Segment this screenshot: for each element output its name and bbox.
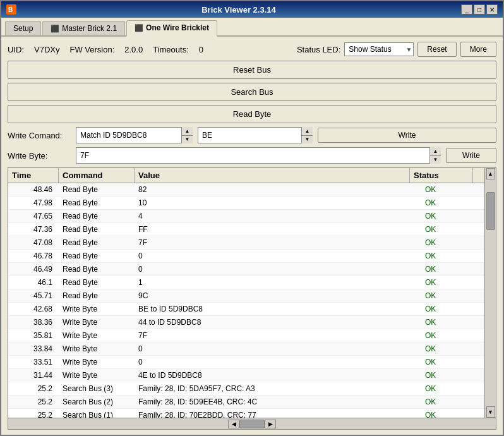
write-command-dropdown-wrapper: Match ID 5D9DBC8 Skip Resume ▲ ▼	[76, 127, 193, 143]
table-row[interactable]: 47.36 Read Byte FF OK	[8, 223, 484, 236]
scroll-thumb[interactable]	[486, 192, 495, 230]
write-command-up-icon[interactable]: ▲	[182, 127, 193, 136]
tab-one-wire-label: One Wire Bricklet	[146, 23, 209, 32]
cell-value: FF	[135, 223, 421, 236]
table-row[interactable]: 33.84 Write Byte 0 OK	[8, 342, 484, 356]
fw-value: 2.0.0	[124, 45, 143, 54]
table-row[interactable]: 46.78 Read Byte 0 OK	[8, 250, 484, 263]
app-icon: B	[6, 4, 16, 15]
col-value: Value	[135, 168, 410, 183]
cell-status: OK	[421, 183, 484, 196]
timeouts-label: Timeouts:	[153, 45, 189, 54]
table-row[interactable]: 45.71 Read Byte 9C OK	[8, 289, 484, 303]
tab-bar: Setup ⬛ Master Brick 2.1 ⬛ One Wire Bric…	[1, 18, 503, 37]
table-row[interactable]: 46.49 Read Byte 0 OK	[8, 263, 484, 276]
write-byte-label: Write Byte:	[8, 151, 71, 160]
vertical-scrollbar[interactable]: ▲ ▼	[484, 168, 496, 418]
write-command-down-icon[interactable]: ▼	[182, 136, 193, 144]
cell-time: 35.81	[8, 329, 59, 342]
write-command-input[interactable]	[198, 127, 313, 143]
maximize-button[interactable]: □	[474, 4, 485, 15]
cell-status: OK	[421, 409, 484, 418]
write-byte-up-icon[interactable]: ▲	[430, 147, 441, 156]
table-row[interactable]: 31.44 Write Byte 4E to ID 5D9DBC8 OK	[8, 369, 484, 382]
minimize-button[interactable]: _	[461, 4, 472, 15]
col-status: Status	[410, 168, 473, 183]
tab-one-wire[interactable]: ⬛ One Wire Bricklet	[126, 20, 217, 37]
table-row[interactable]: 33.51 Write Byte 0 OK	[8, 356, 484, 369]
cell-command: Write Byte	[59, 342, 135, 355]
status-led-select[interactable]: Show Status Heartbeat Off On	[344, 42, 414, 56]
cell-time: 47.65	[8, 210, 59, 222]
cell-command: Read Byte	[59, 210, 135, 222]
reset-bus-button[interactable]: Reset Bus	[8, 61, 496, 79]
table-row[interactable]: 35.81 Write Byte 7F OK	[8, 329, 484, 342]
cell-value: 7F	[135, 236, 421, 249]
data-table: Time Command Value Status 48.46 Read Byt…	[8, 167, 496, 430]
cell-time: 48.46	[8, 183, 59, 196]
table-row[interactable]: 42.68 Write Byte BE to ID 5D9DBC8 OK	[8, 303, 484, 316]
table-row[interactable]: 47.08 Read Byte 7F OK	[8, 236, 484, 250]
cell-time: 25.2	[8, 409, 59, 418]
write-command-input-down-icon[interactable]: ▼	[302, 136, 313, 144]
read-byte-button[interactable]: Read Byte	[8, 105, 496, 123]
table-row[interactable]: 25.2 Search Bus (2) Family: 28, ID: 5D9E…	[8, 396, 484, 409]
cell-command: Write Byte	[59, 316, 135, 329]
table-row[interactable]: 48.46 Read Byte 82 OK	[8, 183, 484, 197]
write-command-dropdown[interactable]: Match ID 5D9DBC8 Skip Resume	[76, 127, 193, 143]
scroll-up-icon[interactable]: ▲	[486, 168, 495, 179]
status-led-container: Status LED: Show Status Heartbeat Off On…	[297, 42, 496, 57]
tab-setup[interactable]: Setup	[5, 21, 41, 35]
cell-time: 33.51	[8, 356, 59, 368]
h-scroll-thumb[interactable]	[239, 420, 265, 428]
write-byte-write-button[interactable]: Write	[446, 148, 496, 163]
scroll-down-icon[interactable]: ▼	[486, 406, 495, 418]
col-time: Time	[8, 168, 59, 183]
table-body[interactable]: 48.46 Read Byte 82 OK 47.98 Read Byte 10…	[8, 183, 484, 418]
cell-command: Search Bus (2)	[59, 396, 135, 408]
cell-time: 46.49	[8, 263, 59, 276]
cell-command: Read Byte	[59, 223, 135, 236]
cell-value: 0	[135, 263, 421, 276]
table-row[interactable]: 25.2 Search Bus (1) Family: 28, ID: 70E2…	[8, 409, 484, 418]
cell-time: 33.84	[8, 342, 59, 355]
tab-master-brick-label: Master Brick 2.1	[62, 24, 117, 33]
table-row[interactable]: 38.36 Write Byte 44 to ID 5D9DBC8 OK	[8, 316, 484, 329]
cell-value: 1	[135, 276, 421, 289]
table-row[interactable]: 25.2 Search Bus (3) Family: 28, ID: 5DA9…	[8, 382, 484, 396]
scroll-right-icon[interactable]: ▶	[265, 420, 276, 428]
cell-command: Read Byte	[59, 289, 135, 302]
cell-time: 46.1	[8, 276, 59, 289]
tab-setup-label: Setup	[13, 24, 33, 33]
write-command-write-button[interactable]: Write	[318, 128, 496, 143]
write-byte-input[interactable]	[76, 147, 441, 164]
cell-command: Read Byte	[59, 183, 135, 196]
table-row[interactable]: 47.98 Read Byte 10 OK	[8, 197, 484, 210]
cell-status: OK	[421, 382, 484, 395]
cell-command: Write Byte	[59, 356, 135, 368]
search-bus-button[interactable]: Search Bus	[8, 83, 496, 101]
cell-value: 0	[135, 342, 421, 355]
reset-button[interactable]: Reset	[417, 42, 456, 57]
write-command-input-up-icon[interactable]: ▲	[302, 127, 313, 136]
write-command-input-spin-btns: ▲ ▼	[301, 127, 313, 143]
tab-master-brick[interactable]: ⬛ Master Brick 2.1	[42, 21, 125, 35]
table-row[interactable]: 47.65 Read Byte 4 OK	[8, 210, 484, 223]
horizontal-scrollbar[interactable]: ◀ ▶	[8, 418, 496, 429]
cell-value: 0	[135, 250, 421, 262]
table-row[interactable]: 46.1 Read Byte 1 OK	[8, 276, 484, 289]
close-button[interactable]: ✕	[486, 4, 498, 15]
more-button[interactable]: More	[460, 42, 496, 57]
main-window: B Brick Viewer 2.3.14 _ □ ✕ Setup ⬛ Mast…	[0, 0, 504, 436]
cell-status: OK	[421, 210, 484, 222]
write-byte-input-wrapper: ▲ ▼	[76, 147, 441, 164]
write-command-input-wrapper: ▲ ▼	[198, 127, 313, 143]
cell-status: OK	[421, 329, 484, 342]
window-controls: _ □ ✕	[461, 4, 498, 15]
scroll-left-icon[interactable]: ◀	[228, 420, 239, 428]
write-byte-down-icon[interactable]: ▼	[430, 156, 441, 164]
timeouts-value: 0	[199, 45, 203, 54]
cell-time: 25.2	[8, 396, 59, 408]
one-wire-icon: ⬛	[135, 24, 143, 32]
cell-value: Family: 28, ID: 5DA95F7, CRC: A3	[135, 382, 421, 395]
